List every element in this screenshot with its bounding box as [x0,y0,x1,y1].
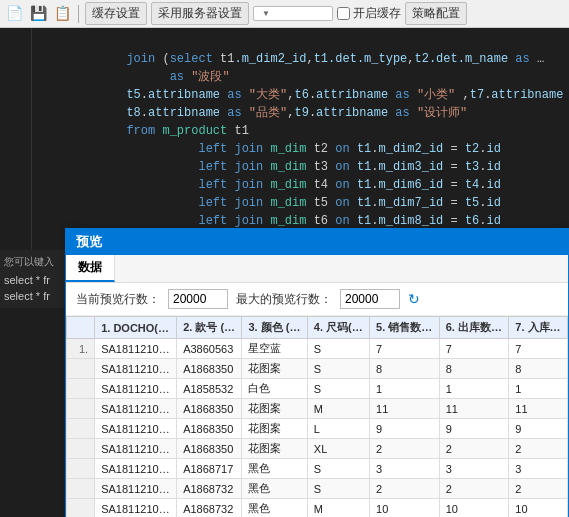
table-cell: 3 [509,459,568,479]
table-cell: A1868350 [177,399,242,419]
row-num-cell [67,459,95,479]
table-cell: SA1811210… [95,499,177,518]
preview-panel: 预览 数据 当前预览行数： 最大的预览行数： ↻ 1. DOCHO(… 2. 款… [65,228,569,517]
preview-header: 预览 [66,229,568,255]
table-cell: S [307,379,369,399]
table-cell: 1 [439,379,509,399]
server-dropdown[interactable] [253,6,333,21]
new-file-icon[interactable]: 📄 [4,4,24,24]
code-line: join (select t1.m_dim2_id,t1.det.m_type,… [40,32,561,50]
autosave-wrap: 开启缓存 [337,5,401,22]
table-cell: A1868350 [177,359,242,379]
row-num-cell [67,399,95,419]
strategy-btn[interactable]: 策略配置 [405,2,467,25]
table-cell: 黑色 [242,479,307,499]
table-cell: 花图案 [242,359,307,379]
table-body: 1.SA1811210…A3860563星空蓝S777SA1811210…A18… [67,339,568,518]
table-cell: 2 [370,479,440,499]
table-row: 1.SA1811210…A3860563星空蓝S777 [67,339,568,359]
table-cell: 2 [439,479,509,499]
row-num-cell [67,439,95,459]
table-cell: L [307,419,369,439]
hint-item-1[interactable]: select * fr [4,272,65,288]
toolbar: 📄 💾 📋 缓存设置 采用服务器设置 开启缓存 策略配置 [0,0,569,28]
preview-title: 预览 [76,233,102,251]
table-cell: SA1811210… [95,399,177,419]
table-cell: M [307,399,369,419]
row-num-cell [67,359,95,379]
table-cell: A1858532 [177,379,242,399]
table-cell: SA1811210… [95,459,177,479]
preview-tabs: 数据 [66,255,568,283]
table-cell: S [307,359,369,379]
table-cell: 3 [370,459,440,479]
server-settings-btn[interactable]: 采用服务器设置 [151,2,249,25]
col-5: 5. 销售数… [370,317,440,339]
col-1: 1. DOCHO(… [95,317,177,339]
table-cell: 7 [509,339,568,359]
table-cell: 白色 [242,379,307,399]
table-cell: 9 [439,419,509,439]
table-cell: 10 [439,499,509,518]
hint-panel: 您可以键入 select * fr select * fr [0,250,70,308]
table-cell: 黑色 [242,499,307,518]
code-text[interactable]: join (select t1.m_dim2_id,t1.det.m_type,… [32,28,569,248]
table-cell: 10 [370,499,440,518]
code-editor[interactable]: join (select t1.m_dim2_id,t1.det.m_type,… [0,28,569,248]
table-cell: 9 [370,419,440,439]
col-7: 7. 入库… [509,317,568,339]
table-row: SA1811210…A1868350花图案L999 [67,419,568,439]
table-row: SA1811210…A1858532白色S111 [67,379,568,399]
table-row: SA1811210…A1868732黑色M101010 [67,499,568,518]
table-cell: 10 [509,499,568,518]
row-num-cell [67,499,95,518]
table-cell: A1868732 [177,479,242,499]
table-row: SA1811210…A1868732黑色S222 [67,479,568,499]
table-cell: A1868350 [177,419,242,439]
tab-data[interactable]: 数据 [66,255,115,282]
row-num-cell [67,419,95,439]
table-cell: 2 [439,439,509,459]
row-num-cell [67,379,95,399]
cache-settings-btn[interactable]: 缓存设置 [85,2,147,25]
table-cell: 2 [370,439,440,459]
separator [78,5,79,23]
table-header-row: 1. DOCHO(… 2. 款号 (… 3. 颜色 (… 4. 尺码(… 5. … [67,317,568,339]
save-icon[interactable]: 💾 [28,4,48,24]
preview-toolbar: 当前预览行数： 最大的预览行数： ↻ [66,283,568,316]
table-cell: M [307,499,369,518]
max-rows-input[interactable] [340,289,400,309]
table-cell: A3860563 [177,339,242,359]
table-cell: 3 [439,459,509,479]
table-cell: 11 [370,399,440,419]
table-cell: A1868717 [177,459,242,479]
table-row: SA1811210…A1868350花图案XL222 [67,439,568,459]
table-cell: 8 [509,359,568,379]
refresh-icon[interactable]: ↻ [408,291,420,307]
table-cell: 星空蓝 [242,339,307,359]
table-cell: 花图案 [242,399,307,419]
table-cell: 黑色 [242,459,307,479]
copy-icon[interactable]: 📋 [52,4,72,24]
current-rows-input[interactable] [168,289,228,309]
table-row: SA1811210…A1868350花图案M111111 [67,399,568,419]
col-4: 4. 尺码(… [307,317,369,339]
table-cell: SA1811210… [95,419,177,439]
hint-item-2[interactable]: select * fr [4,288,65,304]
table-cell: SA1811210… [95,439,177,459]
col-2: 2. 款号 (… [177,317,242,339]
preview-table-wrap[interactable]: 1. DOCHO(… 2. 款号 (… 3. 颜色 (… 4. 尺码(… 5. … [66,316,568,517]
table-cell: A1868732 [177,499,242,518]
table-cell: 1 [370,379,440,399]
line-numbers [0,28,32,248]
table-cell: 2 [509,439,568,459]
table-row: SA1811210…A1868717黑色S333 [67,459,568,479]
table-cell: 2 [509,479,568,499]
table-row: SA1811210…A1868350花图案S888 [67,359,568,379]
table-cell: SA1811210… [95,479,177,499]
col-6: 6. 出库数… [439,317,509,339]
autosave-checkbox[interactable] [337,7,350,20]
current-rows-label: 当前预览行数： [76,291,160,308]
table-cell: 11 [439,399,509,419]
table-cell: 8 [370,359,440,379]
